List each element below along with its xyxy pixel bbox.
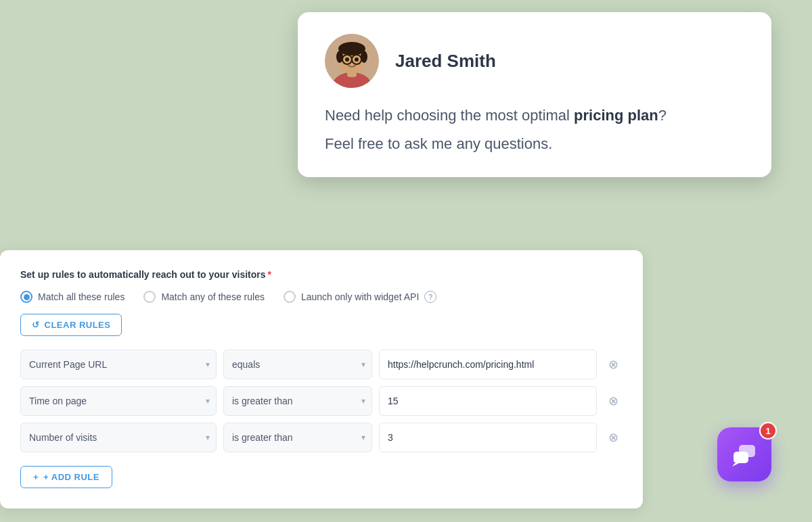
condition-select-wrapper-2: Current Page URL Time on page Number of … [20,386,217,416]
chat-card-body: Need help choosing the most optimal pric… [325,107,744,153]
radio-match-any[interactable]: Match any of these rules [143,291,265,303]
condition-select-wrapper-1: Current Page URL Time on page Number of … [20,350,217,379]
radio-match-all[interactable]: Match all these rules [20,291,125,303]
chat-bubbles-icon [729,440,759,469]
clear-rules-button[interactable]: ↺ CLEAR RULES [20,314,122,336]
radio-circle-match-any [143,291,156,303]
chat-line1: Need help choosing the most optimal pric… [325,107,744,124]
plus-icon: + [33,472,39,482]
add-rule-label: + ADD RULE [43,472,99,482]
operator-select-1[interactable]: equals is greater than is less than cont… [223,350,372,379]
chat-widget: 1 [717,427,771,481]
remove-rule-button-2[interactable]: ⊗ [604,392,623,410]
chat-line1-before: Need help choosing the most optimal [325,107,574,124]
rules-panel: Set up rules to automatically reach out … [0,250,643,508]
radio-widget-api[interactable]: Launch only with widget API ? [284,291,436,303]
radio-circle-widget-api [284,291,296,303]
chat-widget-button[interactable]: 1 [717,427,771,481]
chat-line2: Feel free to ask me any questions. [325,135,744,153]
avatar [325,34,379,88]
svg-marker-13 [751,457,755,460]
operator-select-2[interactable]: equals is greater than is less than cont… [223,386,372,416]
condition-select-wrapper-3: Current Page URL Time on page Number of … [20,423,217,452]
condition-select-1[interactable]: Current Page URL Time on page Number of … [20,350,217,379]
operator-select-wrapper-1: equals is greater than is less than cont… [223,350,372,379]
operator-select-wrapper-2: equals is greater than is less than cont… [223,386,372,416]
svg-point-10 [345,57,349,62]
refresh-icon: ↺ [32,320,40,330]
rule-row-2: Current Page URL Time on page Number of … [20,386,623,416]
rule-row-3: Current Page URL Time on page Number of … [20,423,623,452]
condition-select-2[interactable]: Current Page URL Time on page Number of … [20,386,217,416]
chat-line1-bold: pricing plan [574,107,658,124]
radio-group: Match all these rules Match any of these… [20,291,623,303]
chat-card-header: Jared Smith [325,34,744,88]
remove-rule-button-3[interactable]: ⊗ [604,428,623,447]
condition-select-3[interactable]: Current Page URL Time on page Number of … [20,423,217,452]
rule-value-input-3[interactable] [379,423,597,452]
help-icon[interactable]: ? [424,291,436,303]
required-marker: * [268,269,271,280]
chat-card: Jared Smith Need help choosing the most … [298,12,771,177]
rule-value-input-2[interactable] [379,386,597,416]
add-rule-button[interactable]: + + ADD RULE [20,466,112,488]
rule-value-input-1[interactable] [379,350,597,379]
remove-rule-button-1[interactable]: ⊗ [604,355,623,374]
rules-title: Set up rules to automatically reach out … [20,269,623,280]
svg-marker-15 [732,463,739,467]
chat-widget-badge: 1 [759,422,777,440]
rule-row-1: Current Page URL Time on page Number of … [20,350,623,379]
svg-rect-14 [734,452,748,463]
operator-select-3[interactable]: equals is greater than is less than cont… [223,423,372,452]
chat-line1-after: ? [658,107,667,124]
svg-point-11 [355,57,359,62]
operator-select-wrapper-3: equals is greater than is less than cont… [223,423,372,452]
agent-name: Jared Smith [395,51,496,72]
radio-circle-match-all [20,291,32,303]
